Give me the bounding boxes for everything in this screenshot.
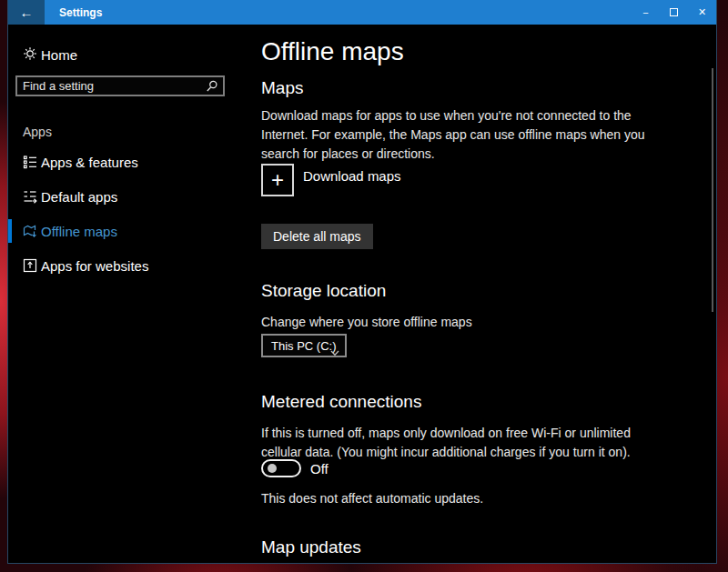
search-input[interactable] bbox=[23, 77, 200, 95]
main-content: Offline maps Maps Download maps for apps… bbox=[254, 25, 716, 563]
sidebar-home-label: Home bbox=[41, 47, 77, 63]
chevron-down-icon bbox=[330, 344, 339, 360]
storage-location-dropdown[interactable]: This PC (C:) bbox=[261, 334, 347, 357]
metered-connections-heading: Metered connections bbox=[261, 392, 421, 412]
plus-icon: + bbox=[271, 167, 284, 192]
metered-description-line: cellular data. (You might incur addition… bbox=[261, 443, 631, 462]
sidebar-item-apps-for-websites[interactable]: Apps for websites bbox=[8, 248, 254, 283]
apps-for-websites-icon bbox=[23, 258, 37, 276]
map-updates-heading: Map updates bbox=[261, 537, 361, 557]
close-button[interactable]: ✕ bbox=[688, 0, 716, 25]
storage-location-heading: Storage location bbox=[261, 281, 386, 301]
maps-description-line: Download maps for apps to use when you'r… bbox=[261, 106, 645, 125]
metered-connections-toggle[interactable] bbox=[261, 459, 301, 477]
sidebar-item-home[interactable]: Home bbox=[8, 41, 254, 68]
maps-description-line: search for places or directions. bbox=[261, 145, 645, 164]
settings-window: ← Settings − ✕ bbox=[7, 0, 717, 564]
apps-features-icon bbox=[23, 155, 37, 173]
maps-description: Download maps for apps to use when you'r… bbox=[261, 106, 645, 164]
window-title: Settings bbox=[59, 6, 632, 19]
metered-note: This does not affect automatic updates. bbox=[261, 491, 483, 506]
minimize-icon: − bbox=[642, 7, 648, 18]
maximize-button[interactable] bbox=[660, 0, 688, 25]
titlebar: ← Settings − ✕ bbox=[8, 0, 716, 25]
page-title: Offline maps bbox=[261, 37, 404, 66]
delete-all-maps-button[interactable]: Delete all maps bbox=[261, 224, 373, 249]
sidebar-item-label: Default apps bbox=[41, 189, 117, 205]
storage-location-caption: Change where you store offline maps bbox=[261, 315, 472, 329]
toggle-state-label: Off bbox=[310, 461, 329, 477]
selection-accent-bar bbox=[8, 219, 12, 243]
maps-heading: Maps bbox=[261, 78, 303, 98]
offline-maps-icon bbox=[23, 224, 37, 242]
download-maps-label: Download maps bbox=[303, 168, 401, 184]
metered-description: If this is turned off, maps only downloa… bbox=[261, 424, 631, 462]
metered-description-line: If this is turned off, maps only downloa… bbox=[261, 424, 631, 443]
sidebar-item-label: Offline maps bbox=[41, 224, 117, 239]
sidebar-item-label: Apps & features bbox=[41, 155, 138, 170]
gear-icon bbox=[23, 46, 37, 65]
sidebar-section-label: Apps bbox=[23, 125, 52, 139]
sidebar-item-default-apps[interactable]: Default apps bbox=[8, 179, 254, 214]
scrollbar-thumb[interactable] bbox=[712, 68, 713, 312]
maximize-icon bbox=[670, 8, 678, 16]
sidebar-item-label: Apps for websites bbox=[41, 258, 148, 274]
toggle-knob bbox=[268, 464, 277, 473]
default-apps-icon bbox=[23, 189, 37, 207]
back-arrow-icon: ← bbox=[20, 5, 34, 20]
close-icon: ✕ bbox=[698, 6, 706, 18]
search-icon bbox=[206, 80, 218, 96]
window-controls: − ✕ bbox=[632, 0, 716, 25]
minimize-button[interactable]: − bbox=[632, 0, 660, 25]
download-maps-button[interactable]: + bbox=[261, 164, 294, 196]
back-button[interactable]: ← bbox=[8, 0, 45, 25]
maps-description-line: Internet. For example, the Maps app can … bbox=[261, 125, 645, 145]
search-box bbox=[15, 75, 225, 96]
sidebar: Home Apps Apps & features bbox=[8, 25, 254, 563]
dropdown-selected-value: This PC (C:) bbox=[271, 339, 337, 353]
sidebar-item-offline-maps[interactable]: Offline maps bbox=[8, 214, 254, 248]
sidebar-item-apps-features[interactable]: Apps & features bbox=[8, 145, 254, 179]
